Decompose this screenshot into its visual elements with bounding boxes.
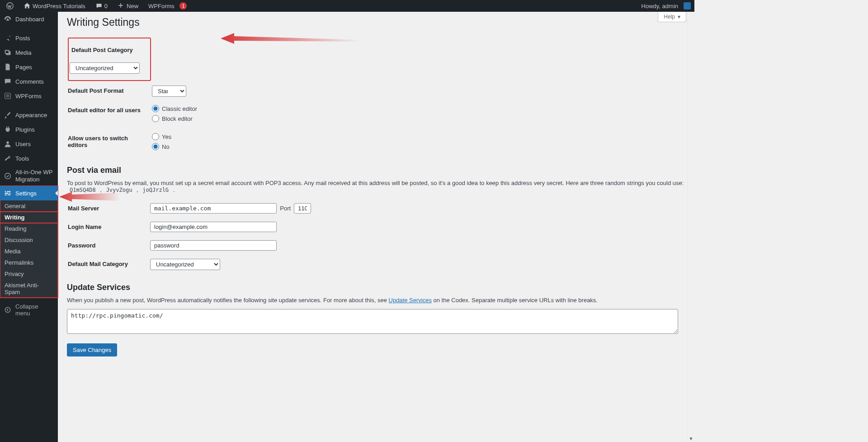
brush-icon	[4, 111, 12, 119]
rand-string-2: JvyvZogu	[104, 186, 135, 194]
migrate-icon	[4, 172, 12, 180]
save-button[interactable]: Save Changes	[67, 343, 117, 356]
menu-pages[interactable]: Pages	[0, 60, 58, 74]
port-input[interactable]	[294, 203, 311, 214]
menu-users[interactable]: Users	[0, 137, 58, 151]
menu-label: Media	[15, 49, 31, 56]
svg-rect-2	[5, 93, 11, 99]
switch-yes-radio[interactable]	[152, 133, 159, 140]
editor-block-radio[interactable]	[152, 115, 159, 122]
menu-label: Users	[15, 141, 31, 147]
menu-label: Plugins	[15, 126, 35, 133]
menu-label: Comments	[15, 78, 44, 85]
mail-server-label: Mail Server	[68, 205, 99, 212]
menu-label: Pages	[15, 64, 32, 71]
page-icon	[4, 63, 12, 71]
menu-label: Tools	[15, 155, 29, 162]
submenu-permalinks[interactable]: Permalinks	[0, 257, 58, 268]
update-services-heading: Update Services	[67, 283, 685, 292]
wpforms-link[interactable]: WPForms 1	[146, 0, 189, 12]
admin-bar: WordPress Tutorials 0 New WPForms 1 Howd…	[0, 0, 694, 12]
comment-icon	[95, 2, 103, 10]
plus-icon	[118, 2, 125, 10]
new-link[interactable]: New	[115, 0, 141, 12]
editor-block-option[interactable]: Block editor	[152, 115, 680, 122]
comment-icon	[4, 77, 12, 86]
menu-settings[interactable]: Settings	[0, 186, 58, 200]
settings-submenu: General Writing Reading Discussion Media…	[0, 200, 58, 298]
menu-label: Appearance	[15, 112, 47, 119]
menu-media[interactable]: Media	[0, 45, 58, 60]
mail-category-label: Default Mail Category	[68, 261, 128, 267]
collapse-label: Collapse menu	[15, 303, 54, 317]
media-icon	[4, 48, 12, 57]
site-name-link[interactable]: WordPress Tutorials	[21, 0, 88, 12]
home-icon	[24, 2, 31, 10]
collapse-icon	[4, 306, 12, 314]
wp-logo[interactable]	[4, 0, 16, 12]
default-editor-label: Default editor for all users	[68, 107, 141, 114]
default-format-label: Default Post Format	[68, 87, 124, 94]
menu-aio-migration[interactable]: All-in-One WP Migration	[0, 166, 58, 186]
mail-server-input[interactable]	[150, 203, 277, 214]
site-name: WordPress Tutorials	[33, 3, 85, 10]
menu-tools[interactable]: Tools	[0, 151, 58, 166]
howdy-link[interactable]: Howdy, admin	[639, 0, 681, 12]
menu-label: Posts	[15, 35, 30, 42]
chevron-down-icon: ▾	[678, 14, 680, 20]
submenu-privacy[interactable]: Privacy	[0, 268, 58, 280]
howdy-text: Howdy, admin	[642, 3, 678, 10]
scrollbar[interactable]: ▲ ▼	[687, 0, 694, 442]
new-label: New	[127, 3, 138, 10]
avatar[interactable]	[684, 2, 691, 10]
editor-classic-radio[interactable]	[152, 105, 159, 112]
menu-label: All-in-One WP Migration	[15, 169, 54, 183]
comments-link[interactable]: 0	[93, 0, 110, 12]
submenu-akismet[interactable]: Akismet Anti-Spam	[0, 280, 58, 298]
help-tab[interactable]: Help▾	[658, 12, 686, 22]
default-format-select[interactable]: Standard	[152, 86, 186, 97]
default-category-label: Default Post Category	[71, 47, 133, 53]
update-services-desc: When you publish a new post, WordPress a…	[67, 297, 685, 304]
wpforms-badge: 1	[179, 2, 187, 10]
menu-posts[interactable]: Posts	[0, 31, 58, 45]
switch-yes-option[interactable]: Yes	[152, 133, 680, 140]
submenu-general[interactable]: General	[0, 200, 58, 212]
mail-category-select[interactable]: Uncategorized	[150, 259, 220, 270]
svg-point-3	[6, 142, 9, 144]
menu-dashboard[interactable]: Dashboard	[0, 12, 58, 26]
switch-label: Allow users to switch editors	[68, 135, 128, 148]
sliders-icon	[4, 189, 12, 197]
submenu-discussion[interactable]: Discussion	[0, 234, 58, 246]
submenu-writing[interactable]: Writing	[0, 212, 58, 223]
post-via-email-heading: Post via email	[67, 166, 685, 175]
login-input[interactable]	[150, 222, 277, 232]
update-services-link[interactable]: Update Services	[389, 297, 432, 304]
email-desc: To post to WordPress by email, you must …	[67, 180, 685, 193]
submenu-media[interactable]: Media	[0, 246, 58, 257]
rand-string-1: Q1mSQ4D8	[67, 186, 99, 194]
collapse-menu[interactable]: Collapse menu	[0, 299, 58, 320]
switch-no-radio[interactable]	[152, 143, 159, 150]
editor-classic-option[interactable]: Classic editor	[152, 105, 680, 112]
submenu-reading[interactable]: Reading	[0, 223, 58, 234]
rand-string-3: joQJrzlG	[140, 186, 171, 194]
update-services-textarea[interactable]	[67, 309, 678, 334]
pin-icon	[4, 34, 12, 42]
switch-no-option[interactable]: No	[152, 143, 680, 150]
menu-comments[interactable]: Comments	[0, 74, 58, 89]
help-label: Help	[664, 14, 675, 20]
menu-plugins[interactable]: Plugins	[0, 122, 58, 137]
menu-wpforms[interactable]: WPForms	[0, 89, 58, 103]
scroll-down-icon[interactable]: ▼	[688, 435, 694, 442]
user-icon	[4, 140, 12, 148]
password-input[interactable]	[150, 240, 277, 251]
content-area: Help▾ Writing Settings Default Post Cate…	[58, 0, 694, 442]
page-title: Writing Settings	[67, 16, 685, 29]
svg-point-1	[6, 53, 7, 54]
default-category-select[interactable]: Uncategorized	[70, 62, 140, 74]
admin-sidebar: Dashboard Posts Media Pages Comments WPF…	[0, 0, 58, 442]
wrench-icon	[4, 154, 12, 162]
menu-appearance[interactable]: Appearance	[0, 108, 58, 122]
wpforms-label: WPForms	[148, 3, 175, 10]
